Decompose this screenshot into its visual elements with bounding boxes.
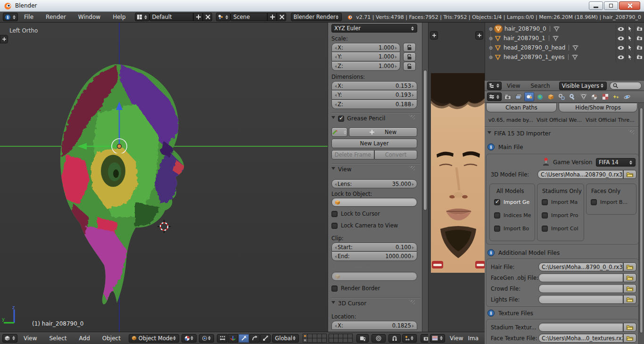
translate-manipulator-button[interactable]: [239, 334, 249, 343]
editor-type-selector-image[interactable]: [430, 334, 445, 343]
scene-field[interactable]: Scene: [231, 13, 267, 21]
checkbox[interactable]: [591, 199, 597, 205]
scene-icon-button[interactable]: [216, 13, 231, 21]
import-props-option[interactable]: Import Pro: [542, 212, 578, 218]
scale-manipulator-button[interactable]: [260, 334, 271, 343]
rotate-manipulator-button[interactable]: [249, 334, 260, 343]
tab-texture-icon[interactable]: [600, 92, 610, 101]
opengl-render-button[interactable]: [421, 334, 428, 343]
clip-start-field[interactable]: Start:0.100: [331, 243, 417, 252]
manipulator-toggle-button[interactable]: [217, 334, 227, 343]
import-geometry-option[interactable]: Import Ge: [494, 199, 529, 205]
editor-type-selector-outliner[interactable]: [487, 82, 502, 90]
tab-object-icon[interactable]: [546, 92, 556, 101]
lights-file-input[interactable]: [538, 295, 623, 304]
cursor-3d[interactable]: [157, 220, 171, 233]
expand-icon[interactable]: [487, 45, 494, 50]
thread-link[interactable]: Visit Official Thre...: [586, 117, 635, 123]
import-bones-option[interactable]: Import Bo: [494, 226, 529, 232]
checkbox-checked[interactable]: [494, 199, 500, 205]
panel-grip-icon[interactable]: [627, 130, 634, 137]
facegen-file-input[interactable]: [538, 273, 623, 282]
z-arrow-handle[interactable]: [116, 101, 123, 110]
screen-layout-field[interactable]: Default: [149, 13, 193, 21]
scale-x-lock-button[interactable]: [403, 43, 416, 52]
properties-editor[interactable]: Clean Paths Hide/Show Props v0.65, made …: [485, 103, 644, 344]
tab-world-icon[interactable]: [535, 92, 545, 101]
expand-icon[interactable]: [487, 26, 494, 32]
tab-data-icon[interactable]: [578, 92, 588, 101]
image-editor[interactable]: [428, 23, 485, 332]
dim-z-field[interactable]: Z:0.188: [331, 100, 417, 109]
expand-icon[interactable]: [487, 55, 494, 60]
menu-help[interactable]: Help: [113, 14, 125, 20]
snap-toggle-button[interactable]: [388, 334, 401, 343]
y-arrow-handle[interactable]: [77, 143, 87, 150]
grease-pencil-panel-header[interactable]: Grease Pencil: [331, 115, 416, 122]
import-materials-option[interactable]: Import Ma: [542, 199, 578, 205]
outliner-menu-search[interactable]: Search: [530, 83, 550, 89]
renderable-camera-icon[interactable]: [635, 24, 644, 34]
clean-paths-button[interactable]: Clean Paths: [486, 103, 557, 112]
stadium-texture-input[interactable]: [538, 323, 623, 332]
add-menu[interactable]: Add: [79, 335, 90, 342]
outliner-row-head1[interactable]: head_208790_1_eyes: [485, 52, 644, 62]
rotation-mode-select[interactable]: XYZ Euler: [331, 24, 417, 33]
crowd-browse-button[interactable]: [623, 284, 636, 293]
scale-z-field[interactable]: Z:1.000: [331, 62, 400, 71]
visibility-eye-icon[interactable]: [616, 52, 625, 62]
checkbox[interactable]: [542, 226, 548, 232]
local-camera-field[interactable]: [331, 272, 417, 281]
outliner-row-hair1[interactable]: hair_208790_1: [485, 34, 644, 43]
stadium-texture-browse-button[interactable]: [623, 323, 636, 332]
mode-select[interactable]: Object Mode: [129, 334, 179, 343]
indices-mesh-option[interactable]: Indices Me: [494, 212, 531, 218]
transform-orientation-select[interactable]: Global: [272, 334, 299, 343]
manipulator-axes-button[interactable]: [228, 334, 238, 343]
layer-cell-active[interactable]: [303, 334, 307, 338]
scene-delete-button[interactable]: [277, 13, 286, 21]
outliner-filter-select[interactable]: Visible Layers: [559, 82, 607, 90]
view-menu[interactable]: View: [24, 335, 37, 342]
new-layer-button[interactable]: New Layer: [331, 139, 417, 148]
head-model[interactable]: [27, 61, 206, 311]
website-link[interactable]: Visit Official We...: [537, 117, 582, 123]
model-file-input[interactable]: C:\Users\Moha...208790_0.rx3: [537, 170, 623, 179]
layers-group-1[interactable]: [303, 334, 327, 343]
viewport-shading-select[interactable]: [182, 334, 197, 343]
menu-render[interactable]: Render: [46, 14, 66, 20]
layers-widget[interactable]: [303, 334, 353, 343]
tab-physics-icon[interactable]: [622, 92, 632, 101]
dim-y-field[interactable]: Y:0.193: [331, 91, 417, 100]
tab-material-icon[interactable]: [589, 92, 599, 101]
layers-group-2[interactable]: [329, 334, 353, 343]
fifa-importer-panel-header[interactable]: FIFA 15 3D Importer: [487, 130, 636, 137]
scale-y-field[interactable]: Y:1.000: [331, 52, 400, 61]
lock-to-scene-button[interactable]: [356, 334, 369, 343]
minimize-button[interactable]: [589, 1, 603, 10]
checkbox[interactable]: [494, 212, 500, 218]
snap-element-select[interactable]: [402, 334, 417, 343]
view-panel-header[interactable]: View: [331, 166, 416, 173]
render-border-checkbox[interactable]: [331, 285, 338, 292]
renderable-camera-icon[interactable]: [635, 34, 644, 43]
selectable-cursor-icon[interactable]: [625, 43, 635, 52]
dim-x-field[interactable]: X:0.153: [331, 81, 417, 90]
game-version-select[interactable]: FIFA 14: [596, 158, 636, 167]
proportional-edit-button[interactable]: [372, 334, 386, 343]
checkbox[interactable]: [494, 226, 500, 232]
pivot-point-select[interactable]: [199, 334, 214, 343]
hair-file-input[interactable]: C:\Users\Moha...8790_0_0.rx3: [538, 262, 623, 271]
close-button[interactable]: [619, 1, 640, 10]
panel-grip-icon[interactable]: [407, 166, 415, 173]
delete-frame-button[interactable]: Delete Frame: [331, 150, 374, 159]
checkbox[interactable]: [542, 212, 548, 218]
panel-grip-icon[interactable]: [407, 115, 415, 122]
hair-file-browse-button[interactable]: [623, 262, 636, 271]
editor-type-selector-properties[interactable]: [487, 92, 502, 101]
import-collision-option[interactable]: Import Col: [542, 226, 578, 232]
face-texture-input[interactable]: C:\Users\Moha...0_textures.rx3: [538, 334, 623, 343]
lights-browse-button[interactable]: [623, 295, 636, 304]
menu-window[interactable]: Window: [78, 14, 100, 20]
tab-modifiers-icon[interactable]: [568, 92, 578, 101]
